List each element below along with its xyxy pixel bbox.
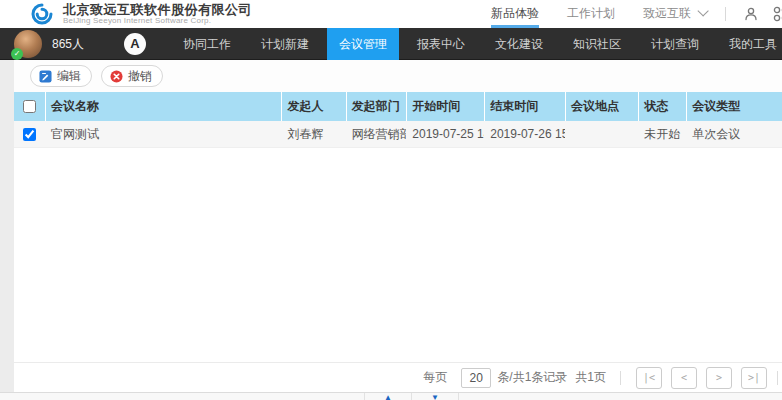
select-all-checkbox[interactable] [23,100,36,113]
revoke-button-label: 撤销 [128,68,152,85]
nav-item-plan-new[interactable]: 计划新建 [249,28,321,60]
toolbar: 编辑 撤销 [14,60,782,92]
total-pages: 共1页 [575,369,606,386]
arrow-down-icon: ▼ [431,393,439,400]
nav-item-my-tools[interactable]: 我的工具 [717,28,782,60]
top-tab-new-experience[interactable]: 新品体验 [491,0,539,28]
table-header-row: 会议名称 发起人 发起部门 开始时间 结束时间 会议地点 状态 会议类型 [14,92,782,121]
top-tab-work-plan[interactable]: 工作计划 [567,0,615,28]
arrow-up-icon: ▲ [384,393,392,400]
content-area: 编辑 撤销 会议名称 发起人 发起部门 开始时间 结束时间 会议地点 状态 会议… [14,60,782,400]
online-status-badge: ✓ [11,48,23,60]
app-grid-icon[interactable] [772,5,782,23]
select-all-cell [14,92,45,121]
nav-item-culture[interactable]: 文化建设 [483,28,555,60]
scroll-toggle-group: ▲ ▼ [365,393,459,400]
per-page-label: 每页 [423,369,447,386]
next-page-button[interactable]: > [706,367,732,389]
scroll-up-button[interactable]: ▲ [364,393,412,400]
row-initiator: 刘春辉 [281,121,345,147]
last-page-button[interactable]: >| [741,367,767,389]
edit-button[interactable]: 编辑 [30,65,92,87]
first-page-button[interactable]: |< [636,367,662,389]
col-header-status: 状态 [638,92,686,121]
row-meeting-name[interactable]: 官网测试 [45,121,281,147]
home-a-icon[interactable]: A [124,33,146,55]
revoke-button[interactable]: 撤销 [101,65,163,87]
row-type: 单次会议 [686,121,782,147]
records-summary: 条/共1条记录 [497,369,567,386]
edit-icon [39,70,52,83]
nav-item-plan-query[interactable]: 计划查询 [639,28,711,60]
top-tab-seeyon-menu[interactable]: 致远互联 [643,0,705,28]
nav-item-knowledge-community[interactable]: 知识社区 [561,28,633,60]
nav-item-meeting-management[interactable]: 会议管理 [327,28,399,60]
cancel-icon [110,70,123,83]
pagination-bar: 每页 条/共1条记录 共1页 |< < > >| [14,362,782,392]
top-bar: 北京致远互联软件股份有限公司 BeiJing Seeyon Internet S… [0,0,782,28]
top-tab-seeyon-label: 致远互联 [643,6,691,20]
divider [725,7,726,21]
company-name: 北京致远互联软件股份有限公司 [63,3,252,17]
company-subtitle: BeiJing Seeyon Internet Software Corp. [63,17,252,25]
nav-items: 协同工作 计划新建 会议管理 报表中心 文化建设 知识社区 计划查询 我的工具 … [168,28,782,60]
person-icon[interactable] [742,5,760,23]
meetings-table: 会议名称 发起人 发起部门 开始时间 结束时间 会议地点 状态 会议类型 官网测… [14,92,782,148]
table-row[interactable]: 官网测试 刘春辉 网络营销部 2019-07-25 14:30 2019-07-… [14,121,782,148]
edit-button-label: 编辑 [57,68,81,85]
divider [620,371,621,385]
member-count[interactable]: 865人 [52,36,84,53]
col-header-end-time: 结束时间 [484,92,565,121]
main-nav-bar: ✓ 865人 A 协同工作 计划新建 会议管理 报表中心 文化建设 知识社区 计… [0,28,782,60]
per-page-input[interactable] [461,368,491,388]
col-header-department: 发起部门 [346,92,407,121]
col-header-meeting-name: 会议名称 [45,92,281,121]
nav-item-report-center[interactable]: 报表中心 [405,28,477,60]
seeyon-logo-icon [30,2,54,26]
bottom-toggle-strip: ▲ ▼ [0,392,782,400]
row-checkbox[interactable] [23,128,36,141]
row-start-time: 2019-07-25 14:30 [406,121,484,147]
topbar-right: 新品体验 工作计划 致远互联 [477,0,782,28]
row-select-cell [14,121,45,147]
chevron-down-icon [697,5,708,16]
row-end-time: 2019-07-26 15:30 [484,121,565,147]
nav-item-collaboration[interactable]: 协同工作 [171,28,243,60]
col-header-start-time: 开始时间 [406,92,484,121]
avatar[interactable]: ✓ [14,30,42,58]
col-header-initiator: 发起人 [281,92,345,121]
prev-page-button[interactable]: < [671,367,697,389]
col-header-location: 会议地点 [565,92,638,121]
row-status: 未开始 [638,121,686,147]
row-department: 网络营销部 [346,121,407,147]
row-location [565,121,638,147]
col-header-type: 会议类型 [686,92,782,121]
divider [777,371,778,385]
company-block: 北京致远互联软件股份有限公司 BeiJing Seeyon Internet S… [63,3,252,25]
scroll-down-button[interactable]: ▼ [411,393,459,400]
